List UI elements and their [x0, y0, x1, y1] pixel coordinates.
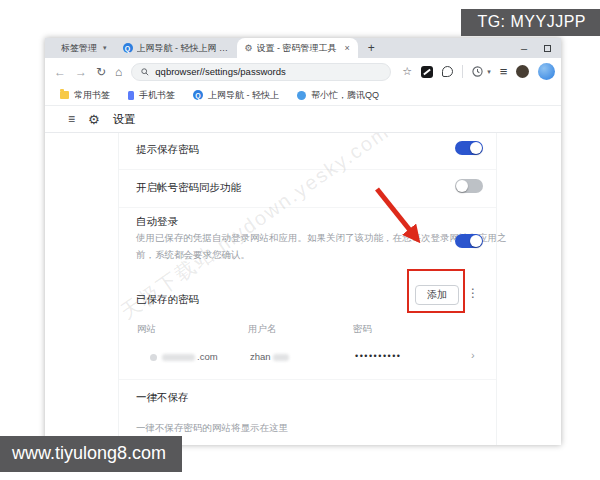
search-icon [141, 68, 149, 76]
browser-window: 标签管理 ▾ Q 上网导航 - 轻快上网 从这里开始 ⚙ 设置 - 密码管理工具… [45, 38, 561, 445]
annotation-red-box [407, 269, 465, 313]
column-header-site: 网站 [137, 323, 156, 336]
extension-flag-icon[interactable] [421, 66, 433, 78]
save-prompt-label: 提示保存密码 [136, 143, 199, 157]
bookmark-common[interactable]: 常用书签 [60, 89, 110, 102]
window-controls: – [521, 38, 551, 58]
chevron-down-icon: ▾ [487, 68, 491, 76]
clock-icon [472, 66, 483, 77]
username-cell: zhan [250, 351, 271, 362]
maximize-button[interactable] [544, 45, 551, 52]
settings-content: 天极下载站 mydown.yesky.com 提示保存密码 开启帐号密码同步功能… [45, 133, 561, 445]
phone-icon [128, 91, 134, 100]
auto-login-title: 自动登录 [136, 215, 178, 229]
qq-nav-favicon-icon: Q [123, 43, 133, 53]
toggle-knob [456, 180, 468, 192]
redacted-site-name [162, 354, 195, 361]
new-tab-button[interactable]: + [368, 41, 375, 55]
back-icon[interactable]: ← [54, 66, 66, 78]
row-divider [119, 207, 496, 208]
bookmark-label: 手机书签 [139, 89, 175, 102]
sync-toggle[interactable] [455, 179, 483, 193]
screenshot-canvas: TG: MYYJJPP 标签管理 ▾ Q 上网导航 - 轻快上网 从这里开始 ⚙… [0, 0, 600, 480]
auto-login-toggle[interactable] [455, 234, 483, 248]
settings-menu-icon[interactable]: ≡ [68, 112, 75, 126]
auto-login-desc-line1: 使用已保存的凭据自动登录网站和应用。如果关闭了该功能，在您每次登录网站和应用之 [136, 232, 507, 245]
toggle-knob [470, 235, 482, 247]
tab-settings-active[interactable]: ⚙ 设置 - 密码管理工具 × [237, 38, 358, 58]
password-mask-cell: •••••••••• [355, 351, 402, 361]
sync-label: 开启帐号密码同步功能 [136, 181, 241, 195]
user-avatar[interactable] [516, 65, 529, 78]
never-save-title: 一律不保存 [136, 391, 189, 405]
site-favicon [150, 354, 157, 361]
folder-icon [60, 91, 69, 99]
bookmarks-bar: 常用书签 手机书签 Q 上网导航 - 轻快上 帮小忙，腾讯QQ [45, 85, 561, 106]
qq-profile-avatar[interactable] [538, 63, 555, 80]
bookmark-star-icon[interactable]: ☆ [402, 65, 412, 78]
tab-manager-label: 标签管理 [61, 42, 97, 55]
minimize-button[interactable]: – [521, 43, 527, 54]
forward-icon[interactable]: → [75, 66, 87, 78]
column-header-username: 用户名 [248, 323, 277, 336]
toggle-knob [470, 142, 482, 154]
feedback-bubble-icon[interactable] [442, 66, 453, 77]
tab-nav-home-label: 上网导航 - 轻快上网 从这里开始 [137, 42, 229, 55]
tab-settings-label: 设置 - 密码管理工具 [257, 42, 337, 55]
column-header-password: 密码 [353, 323, 372, 336]
tab-manager[interactable]: 标签管理 ▾ [53, 38, 115, 58]
url-text: qqbrowser//settings/passwords [155, 66, 285, 77]
bookmark-label: 常用书签 [74, 89, 110, 102]
bookmark-label: 帮小忙，腾讯QQ [311, 89, 379, 102]
tab-bar: 标签管理 ▾ Q 上网导航 - 轻快上网 从这里开始 ⚙ 设置 - 密码管理工具… [45, 38, 561, 58]
browser-toolbar: ← → ↻ ⌂ qqbrowser//settings/passwords ☆ [45, 58, 561, 85]
settings-favicon-icon: ⚙ [245, 44, 253, 53]
settings-header: ≡ ⚙ 设置 [45, 106, 561, 133]
settings-page-title: 设置 [113, 112, 136, 127]
save-prompt-toggle[interactable] [455, 141, 483, 155]
tab-nav-home[interactable]: Q 上网导航 - 轻快上网 从这里开始 [115, 38, 237, 58]
qq-nav-favicon-icon: Q [193, 90, 203, 100]
qq-penguin-icon [297, 91, 306, 100]
history-clock-button[interactable]: ▾ [472, 66, 491, 77]
chevron-down-icon: ▾ [103, 44, 107, 52]
password-row-chevron-icon[interactable]: › [471, 349, 475, 361]
bookmark-mobile[interactable]: 手机书签 [128, 89, 175, 102]
bookmark-label: 上网导航 - 轻快上 [208, 89, 279, 102]
reload-icon[interactable]: ↻ [96, 66, 106, 78]
site-cell-suffix: .com [197, 351, 218, 362]
bookmark-nav[interactable]: Q 上网导航 - 轻快上 [193, 89, 279, 102]
home-icon[interactable]: ⌂ [115, 66, 122, 78]
tab-close-icon[interactable]: × [345, 43, 350, 53]
tg-watermark-badge: TG: MYYJJPP [461, 9, 600, 36]
site-watermark-badge: www.tiyulong8.com [0, 436, 182, 472]
browser-menu-icon[interactable]: ≡ [500, 64, 508, 79]
redacted-username-tail [273, 354, 289, 361]
address-bar[interactable]: qqbrowser//settings/passwords [131, 63, 391, 81]
gear-icon: ⚙ [88, 113, 100, 126]
row-divider [119, 379, 496, 380]
bookmark-qq-help[interactable]: 帮小忙，腾讯QQ [297, 89, 379, 102]
more-options-icon[interactable]: ⋮ [467, 286, 479, 300]
toolbar-divider [462, 65, 463, 78]
never-save-hint: 一律不保存密码的网站将显示在这里 [136, 422, 288, 435]
